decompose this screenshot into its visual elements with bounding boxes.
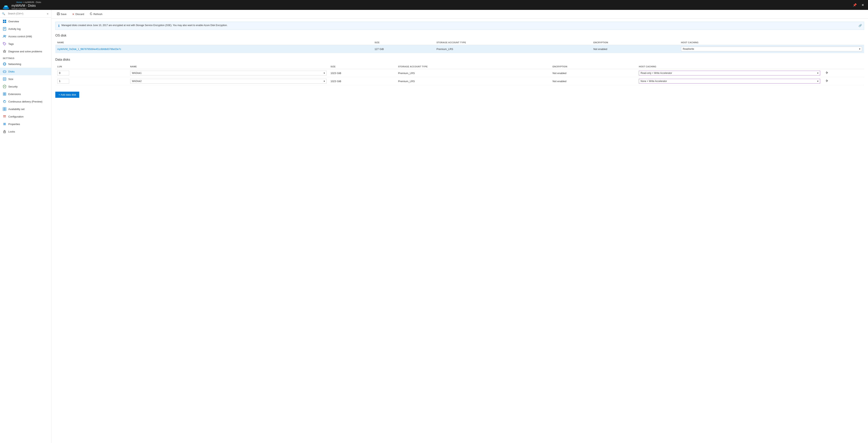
info-icon: ℹ [58,24,60,28]
data-disk-lun-input-0[interactable] [57,71,69,75]
sidebar-item-overview-label: Overview [8,20,19,23]
svg-rect-5 [3,22,4,23]
sidebar-search-container: 🔍 « [0,10,51,18]
svg-rect-26 [5,107,6,109]
refresh-button[interactable]: Refresh [87,12,105,17]
os-disk-host-caching-select[interactable]: Read/write ▾ [681,46,862,51]
data-disk-host-caching-value-1: None + Write Accelerator [641,80,667,83]
svg-rect-19 [4,78,5,80]
sidebar-item-diagnose[interactable]: Diagnose and solve problems [0,48,51,55]
sidebar-item-configuration[interactable]: Configuration [0,113,51,120]
write-accelerator-icon-1[interactable] [824,80,829,83]
breadcrumb-separator: > [23,1,24,3]
sidebar-item-availability-set[interactable]: Availability set [0,105,51,113]
os-disk-section: OS disk NAME SIZE STORAGE ACCOUNT TYPE E… [55,34,864,53]
svg-rect-31 [3,117,6,118]
svg-rect-20 [3,93,4,94]
data-disk-col-host-caching: HOST CACHING [637,64,822,69]
add-data-disk-button[interactable]: + Add data disk [55,92,79,98]
sidebar-item-networking[interactable]: Networking [0,60,51,68]
save-icon [57,12,60,16]
svg-rect-39 [58,14,59,15]
save-button[interactable]: Save [55,12,69,17]
data-disk-name-select-0[interactable]: WADisk1 ▾ [130,71,327,75]
os-disk-name-cell: myWAVM_OsDisk_1_f8678795084e451c8bfdb837… [55,45,372,53]
os-disk-col-size: SIZE [372,40,434,45]
data-disk-name-value-1: WADisk2 [132,80,142,83]
data-disks-section: Data disks LUN NAME SIZE STORAGE ACCOUNT… [55,58,864,98]
data-disk-name-select-1[interactable]: WADisk2 ▾ [130,79,327,84]
activity-log-icon [3,27,6,31]
svg-point-11 [4,35,5,36]
sidebar-item-access-control-label: Access control (IAM) [8,35,32,38]
svg-rect-7 [3,27,6,30]
sidebar-item-availability-set-label: Availability set [8,108,25,110]
external-link-icon[interactable]: 🔗 [859,24,862,27]
write-accelerator-icon-0[interactable] [824,72,829,75]
sidebar-item-properties-label: Properties [8,123,20,126]
data-disk-col-size: SIZE [329,64,396,69]
sidebar-item-configuration-label: Configuration [8,115,24,118]
sidebar-item-access-control[interactable]: Access control (IAM) [0,33,51,40]
data-disk-row: WADisk2 ▾ 1023 GiB Premium_LRS Not enabl… [55,77,864,85]
svg-rect-23 [5,94,6,95]
sidebar-item-locks[interactable]: Locks [0,128,51,135]
data-disk-name-chevron-1: ▾ [324,80,325,83]
breadcrumb: Home > myWAVM - Disks [16,1,41,3]
sidebar-collapse-button[interactable]: « [46,12,49,15]
sidebar: 🔍 « Overview Activity log [0,10,51,443]
sidebar-item-security[interactable]: Security [0,83,51,90]
content-area: ℹ Managed disks created since June 10, 2… [51,19,868,443]
data-disk-name-cell-0: WADisk1 ▾ [128,69,329,77]
data-disk-write-accel-cell-1 [822,77,864,85]
data-disk-col-storage-type: STORAGE ACCOUNT TYPE [396,64,551,69]
sidebar-item-activity-log-label: Activity log [8,27,21,30]
data-disk-host-caching-select-0[interactable]: Read-only + Write Accelerator ▾ [639,71,820,75]
svg-rect-28 [5,109,6,110]
svg-point-12 [5,35,6,36]
azure-logo [2,3,9,10]
pin-button[interactable]: 📌 [851,2,858,8]
sidebar-item-disks[interactable]: Disks [0,68,51,75]
top-bar-actions: 📌 ✕ [851,2,866,8]
os-disk-table: NAME SIZE STORAGE ACCOUNT TYPE ENCRYPTIO… [55,40,864,53]
info-banner: ℹ Managed disks created since June 10, 2… [55,22,864,30]
sidebar-item-extensions[interactable]: Extensions [0,90,51,98]
data-disk-lun-input-1[interactable] [57,79,69,84]
sidebar-item-size[interactable]: Size [0,75,51,83]
data-disk-name-chevron-0: ▾ [324,72,325,74]
locks-icon [3,130,6,133]
access-control-icon [3,35,6,38]
main-content: Save ✕ Discard Refresh ℹ Managed disks c… [51,10,868,443]
svg-point-13 [4,43,4,43]
search-icon: 🔍 [2,12,5,15]
sidebar-item-overview[interactable]: Overview [0,18,51,25]
sidebar-item-extensions-label: Extensions [8,93,21,96]
data-disks-table: LUN NAME SIZE STORAGE ACCOUNT TYPE ENCRY… [55,64,864,85]
data-disk-col-actions [822,64,864,69]
toolbar: Save ✕ Discard Refresh [51,10,868,19]
svg-rect-38 [58,13,59,13]
networking-icon [3,62,6,66]
sidebar-item-activity-log[interactable]: Activity log [0,25,51,33]
os-disk-name-link[interactable]: myWAVM_OsDisk_1_f8678795084e451c8bfdb837… [57,48,121,51]
data-disk-name-cell-1: WADisk2 ▾ [128,77,329,85]
os-disk-col-name: NAME [55,40,372,45]
tags-icon [3,42,6,45]
sidebar-item-continuous-delivery[interactable]: Continuous delivery (Preview) [0,98,51,105]
discard-button[interactable]: ✕ Discard [70,12,87,17]
svg-point-17 [3,70,6,71]
sidebar-item-continuous-delivery-label: Continuous delivery (Preview) [8,100,42,103]
os-disk-col-storage-type: STORAGE ACCOUNT TYPE [434,40,591,45]
search-input[interactable] [6,11,45,16]
close-button[interactable]: ✕ [860,2,866,8]
data-disk-host-caching-select-1[interactable]: None + Write Accelerator ▾ [639,79,820,84]
continuous-delivery-icon [3,100,6,103]
sidebar-item-tags[interactable]: Tags [0,40,51,48]
refresh-label: Refresh [93,13,102,15]
sidebar-item-properties[interactable]: Properties [0,120,51,128]
page-title-container: myWAVM - Disks Virtual machine [11,4,851,10]
settings-section-label: SETTINGS [0,55,51,60]
data-disk-col-lun: LUN [55,64,128,69]
breadcrumb-home[interactable]: Home [16,1,22,3]
